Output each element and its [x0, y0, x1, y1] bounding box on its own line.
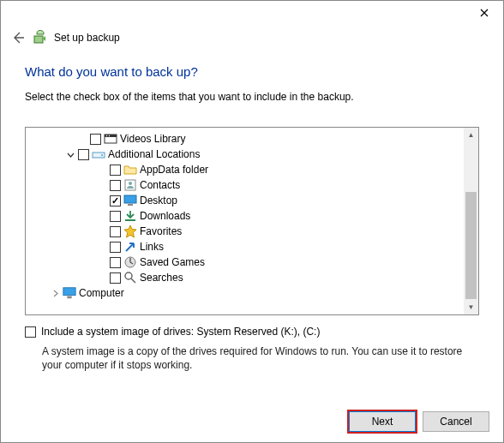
link-shortcut-icon	[123, 240, 137, 254]
instruction-text: Select the check box of the items that y…	[25, 87, 479, 127]
backup-tree-panel: Videos Library Additional Locations AppD…	[25, 127, 479, 315]
tree-item-favorites[interactable]: Favorites	[34, 224, 477, 239]
videos-library-icon	[104, 132, 117, 146]
desktop-icon	[123, 194, 137, 207]
tree-item-links[interactable]: Links	[34, 239, 477, 254]
header-row: Set up backup	[1, 25, 503, 52]
checkbox-contacts[interactable]	[110, 180, 121, 191]
svg-rect-14	[63, 288, 75, 296]
page-question: What do you want to back up?	[25, 57, 479, 87]
tree-item-downloads[interactable]: Downloads	[34, 208, 477, 224]
search-icon	[123, 271, 137, 284]
content-area: What do you want to back up? Select the …	[1, 52, 503, 372]
svg-rect-9	[124, 195, 136, 203]
checkbox-additional[interactable]	[78, 149, 89, 160]
system-image-label: Include a system image of drives: System…	[41, 326, 320, 338]
checkbox-saved-games[interactable]	[110, 257, 121, 268]
tree-label: Downloads	[140, 210, 190, 222]
saved-games-icon	[123, 255, 137, 269]
titlebar	[1, 1, 503, 25]
tree-label: Links	[140, 241, 164, 253]
svg-rect-0	[34, 36, 43, 43]
tree-item-computer[interactable]: Computer	[34, 285, 477, 301]
checkbox-system-image[interactable]	[25, 326, 36, 338]
downloads-icon	[123, 209, 137, 223]
svg-point-8	[129, 182, 132, 185]
tree-label: AppData folder	[140, 164, 208, 176]
tree-item-contacts[interactable]: Contacts	[34, 177, 477, 193]
scroll-up-icon[interactable]: ▲	[464, 128, 478, 142]
tree-label: Favorites	[140, 225, 182, 237]
contacts-icon	[123, 178, 137, 192]
next-button[interactable]: Next	[349, 411, 416, 432]
expander-collapse-icon[interactable]	[65, 149, 75, 159]
tree-item-desktop[interactable]: Desktop	[34, 193, 477, 208]
tree-item-saved-games[interactable]: Saved Games	[34, 254, 477, 270]
tree-label: Contacts	[140, 179, 180, 191]
backup-tree: Videos Library Additional Locations AppD…	[27, 131, 477, 301]
svg-point-6	[101, 154, 103, 156]
scroll-down-icon[interactable]: ▼	[464, 300, 478, 314]
svg-point-4	[109, 135, 110, 136]
scroll-thumb[interactable]	[465, 192, 477, 299]
svg-point-13	[125, 272, 132, 279]
footer-buttons: Next Cancel	[349, 411, 489, 432]
tree-label: Saved Games	[140, 256, 205, 268]
tree-label: Searches	[140, 272, 183, 284]
checkbox-appdata[interactable]	[110, 165, 121, 176]
tree-item-appdata[interactable]: AppData folder	[34, 162, 477, 177]
tree-label: Desktop	[140, 195, 177, 207]
svg-point-3	[106, 135, 107, 136]
svg-rect-10	[128, 204, 133, 206]
star-icon	[123, 224, 137, 238]
tree-label: Computer	[79, 287, 124, 299]
tree-label: Videos Library	[120, 133, 186, 145]
folder-icon	[123, 163, 137, 177]
svg-rect-15	[67, 296, 71, 299]
tree-item-searches[interactable]: Searches	[34, 270, 477, 285]
checkbox-desktop[interactable]	[110, 195, 121, 207]
checkbox-searches[interactable]	[110, 272, 121, 284]
computer-icon	[63, 286, 76, 300]
tree-item-additional[interactable]: Additional Locations	[34, 147, 477, 162]
system-image-description: A system image is a copy of the drives r…	[25, 343, 479, 372]
tree-item-videos[interactable]: Videos Library	[34, 131, 477, 147]
spacer	[77, 134, 87, 144]
close-icon	[480, 9, 489, 17]
back-arrow-icon[interactable]	[11, 31, 25, 45]
expander-expand-icon[interactable]	[50, 288, 60, 298]
close-button[interactable]	[465, 1, 503, 25]
tree-label: Additional Locations	[108, 148, 200, 160]
svg-rect-11	[125, 219, 135, 221]
drive-icon	[92, 147, 105, 161]
scrollbar[interactable]: ▲ ▼	[464, 128, 478, 314]
system-image-row[interactable]: Include a system image of drives: System…	[25, 324, 479, 343]
checkbox-favorites[interactable]	[110, 226, 121, 237]
header-title: Set up backup	[54, 32, 120, 44]
checkbox-videos[interactable]	[90, 134, 101, 145]
checkbox-links[interactable]	[110, 242, 121, 253]
checkbox-downloads[interactable]	[110, 211, 121, 222]
cancel-button[interactable]: Cancel	[423, 411, 489, 432]
backup-wizard-icon	[32, 30, 47, 45]
